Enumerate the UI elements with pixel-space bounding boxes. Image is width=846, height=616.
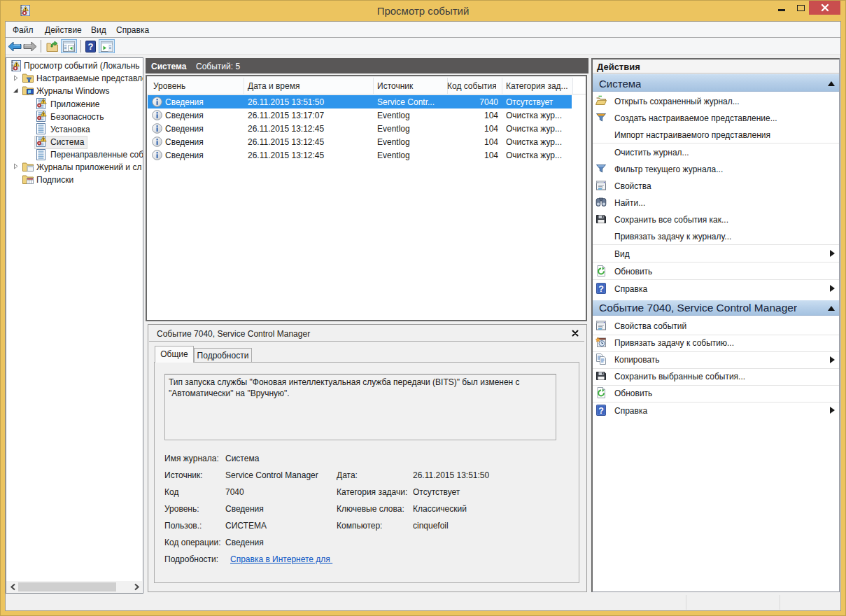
svg-text:?: ? (598, 405, 604, 415)
svg-text:?: ? (598, 284, 604, 293)
svg-text:?: ? (88, 41, 94, 52)
